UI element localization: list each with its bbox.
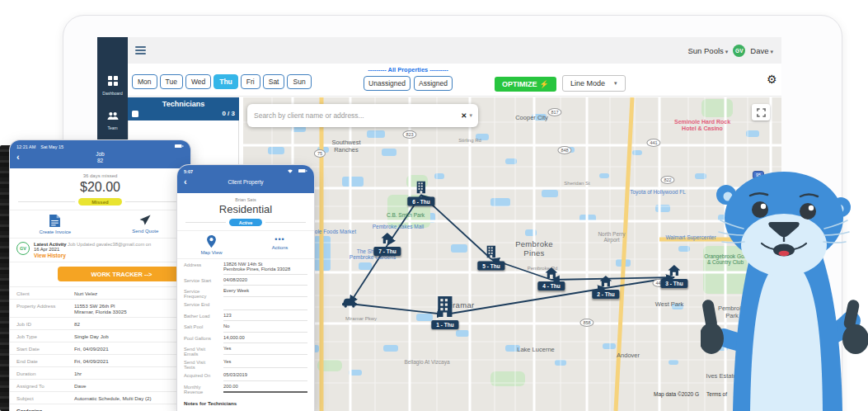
map-marker-6-thu[interactable]: 6 - Thu	[407, 182, 434, 206]
user-menu[interactable]: Dave▾	[750, 46, 773, 55]
detail-row: Property Address11553 SW 26th Pl Miramar…	[10, 299, 190, 317]
technicians-title: Technicians	[132, 100, 235, 108]
line-mode-select[interactable]: Line Mode▾	[562, 75, 626, 92]
map-view-button[interactable]: Map View	[177, 235, 246, 255]
create-invoice-button[interactable]: Create Invoice	[10, 215, 101, 234]
detail-row: Monthly Revenue200.00	[177, 381, 314, 394]
house-icon	[600, 275, 612, 290]
technicians-count: 0 / 3	[222, 110, 235, 117]
detail-row: Job TypeSingle Day Job	[10, 329, 190, 342]
marker-label: 5 - Thu	[477, 262, 504, 271]
detail-row: Acquired On05/03/2019	[177, 370, 314, 381]
optimize-button[interactable]: OPTIMIZE⚡	[495, 77, 556, 92]
detail-row: Send Visit TextsYes	[177, 357, 314, 370]
road-shield: 75	[314, 149, 326, 158]
detail-row: Bather Load123	[177, 310, 314, 322]
send-icon	[139, 215, 151, 227]
detail-row: Pool Gallons14,000.00	[177, 333, 314, 344]
technician-vehicle-icon[interactable]	[341, 296, 358, 311]
map-marker-2-thu[interactable]: 2 - Thu	[592, 275, 619, 299]
map-marker-5-thu[interactable]: 5 - Thu	[477, 246, 504, 271]
detail-row: Duration1hr	[10, 366, 190, 379]
map-marker-4-thu[interactable]: 4 - Thu	[537, 267, 565, 291]
chevron-down-icon: ▾	[614, 80, 617, 87]
back-button[interactable]: ‹	[16, 154, 20, 162]
client-name: Brian Sats	[177, 197, 314, 202]
app-topbar: Sun Pools▾ GV Dave▾	[128, 37, 781, 64]
dashboard-icon	[108, 74, 118, 89]
sidebar-item-team[interactable]: Team	[107, 109, 119, 130]
map-marker-3-thu[interactable]: 3 - Thu	[660, 264, 687, 288]
avatar[interactable]: GV	[733, 45, 745, 57]
detail-row: Job ID82	[10, 317, 190, 329]
day-button-tue[interactable]: Tue	[160, 74, 183, 89]
detail-row: Service Start04/08/2020	[177, 275, 314, 286]
detail-row: Salt PoolNo	[177, 321, 314, 333]
chevron-down-icon[interactable]: ▾	[469, 112, 478, 119]
clear-search-icon[interactable]: ✕	[458, 111, 469, 120]
work-tracker-button[interactable]: WORK TRACKER -->	[58, 267, 185, 281]
sidebar-item-dashboard[interactable]: Dashboard	[102, 74, 122, 96]
property-phone: 5:07 ‹ Client Property Brian Sats Reside…	[177, 165, 314, 411]
view-history-link[interactable]: View History	[34, 253, 151, 258]
sidebar-item-label: Dashboard	[102, 91, 122, 96]
marker-label: 6 - Thu	[407, 197, 434, 206]
all-properties-group: --------- All Properties --------- Unass…	[365, 66, 451, 91]
topbar-right: Sun Pools▾ GV Dave▾	[687, 45, 781, 57]
marker-label: 3 - Thu	[660, 279, 687, 288]
gear-icon[interactable]: ⚙	[767, 73, 777, 85]
bolt-icon: ⚡	[540, 80, 549, 88]
org-switcher[interactable]: Sun Pools▾	[687, 46, 728, 55]
map-marker-1-thu[interactable]: 1 - Thu	[431, 296, 458, 329]
assigned-button[interactable]: Assigned	[414, 76, 453, 91]
notes-heading: Notes for Technicians	[177, 394, 314, 408]
action-label: Create Invoice	[39, 229, 71, 234]
wifi-icon	[287, 168, 293, 174]
job-phone-header: 12:21 AM Sat May 15 ‹ Job 82	[10, 140, 190, 168]
day-button-thu[interactable]: Thu	[213, 74, 238, 89]
battery-icon	[298, 168, 307, 174]
day-button-mon[interactable]: Mon	[132, 74, 157, 89]
line-items-section: Gardening Weekly Gardening Service Item …	[10, 404, 190, 411]
team-icon	[107, 109, 119, 124]
action-label: Actions	[272, 245, 289, 250]
days-missed-note: 36 days missed	[10, 173, 190, 178]
chevron-down-icon: ▾	[725, 49, 729, 54]
day-button-fri[interactable]: Fri	[241, 74, 260, 89]
job-amount: $20.00	[10, 180, 190, 195]
detail-row: Service FrequencyEvery Week	[177, 286, 314, 299]
detail-row: Send Visit EmailsYes	[177, 343, 314, 357]
all-properties-label: --------- All Properties ---------	[365, 66, 451, 73]
detail-row: Service End	[177, 299, 314, 310]
fullscreen-button[interactable]	[752, 104, 770, 120]
marker-label: 4 - Thu	[537, 281, 565, 291]
search-input[interactable]	[247, 111, 458, 120]
detail-row: SubjectAutomatic Schedule, Multi Day (2)	[10, 391, 190, 404]
day-button-sun[interactable]: Sun	[287, 74, 311, 89]
latest-activity: GV Latest Activity Job Updated gavalec38…	[10, 239, 190, 262]
detail-row: End DateFri, 04/09/2021	[10, 354, 190, 366]
thumbs-up-left-paw	[701, 299, 724, 354]
hamburger-menu-icon[interactable]	[135, 46, 146, 55]
map-marker-7-thu[interactable]: 7 - Thu	[373, 232, 401, 256]
building-icon	[486, 246, 498, 262]
pin-icon	[207, 235, 216, 248]
back-button[interactable]: ‹	[184, 178, 187, 187]
actions-button[interactable]: •••Actions	[246, 235, 314, 255]
status-bar: 12:21 AM Sat May 15	[10, 140, 190, 149]
day-button-sat[interactable]: Sat	[263, 74, 285, 89]
page-title: Client Property	[177, 179, 314, 186]
house-icon	[382, 232, 394, 247]
chevron-down-icon: ▾	[770, 49, 773, 54]
select-all-checkbox[interactable]	[132, 111, 138, 117]
unassigned-button[interactable]: Unassigned	[364, 76, 411, 91]
detail-row: Assigned ToDave	[10, 379, 190, 391]
page-title: Job 82	[10, 151, 190, 164]
invoice-icon	[49, 215, 60, 228]
day-button-wed[interactable]: Wed	[185, 74, 211, 89]
map-search-bar[interactable]: ✕ ▾	[247, 104, 478, 127]
house-icon	[546, 267, 558, 281]
building-icon	[434, 296, 457, 320]
sidebar-item-label: Team	[107, 125, 117, 130]
detail-row: ClientNuri Velez	[10, 286, 190, 299]
